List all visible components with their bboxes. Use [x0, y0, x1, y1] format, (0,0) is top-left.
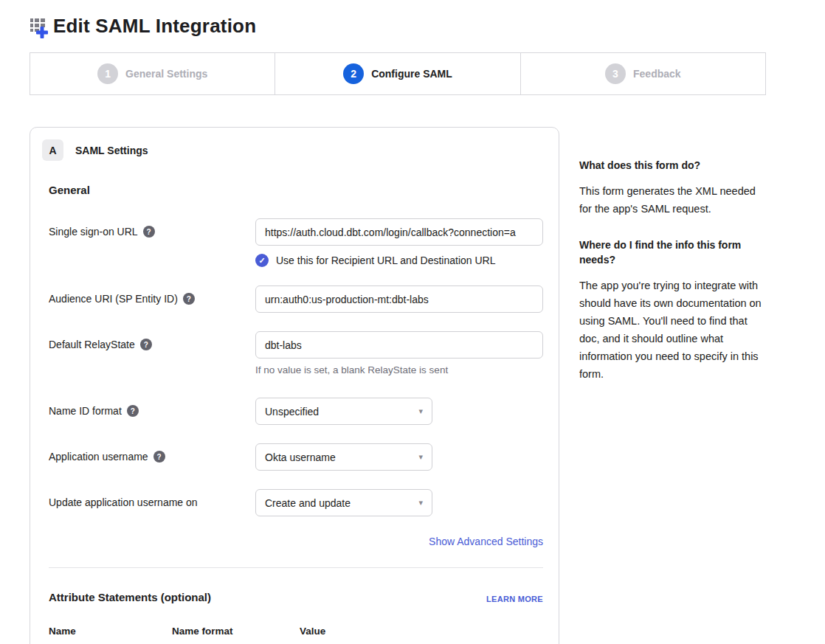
step-number-badge: 1 [97, 63, 118, 84]
audience-uri-input[interactable] [255, 285, 543, 313]
select-value: Okta username [265, 451, 336, 463]
wizard-step-feedback[interactable]: 3 Feedback [520, 53, 765, 94]
app-username-select[interactable]: Okta username ▾ [255, 443, 432, 471]
field-row-name-id-format: Name ID format ? Unspecified ▾ [49, 398, 543, 425]
help-icon[interactable]: ? [143, 226, 155, 238]
saml-settings-form: General Single sign-on URL ? ✓ Use this … [49, 184, 543, 637]
column-header-name: Name [49, 626, 172, 637]
field-control-cell: If no value is set, a blank RelayState i… [255, 331, 543, 375]
recipient-url-checkbox-label: Use this for Recipient URL and Destinati… [276, 255, 496, 266]
page-title: Edit SAML Integration [53, 15, 256, 38]
app-username-label: Application username [49, 451, 148, 463]
relay-state-input[interactable] [255, 331, 543, 359]
update-username-label: Update application username on [49, 496, 198, 508]
field-row-app-username: Application username ? Okta username ▾ [49, 443, 543, 471]
relay-state-hint: If no value is set, a blank RelayState i… [255, 364, 543, 375]
update-username-select[interactable]: Create and update ▾ [255, 489, 432, 516]
attribute-statements-header: Attribute Statements (optional) LEARN MO… [49, 591, 543, 603]
attribute-statements-heading: Attribute Statements (optional) [49, 591, 211, 603]
wizard-step-configure-saml[interactable]: 2 Configure SAML [275, 53, 519, 94]
field-label-cell: Update application username on [49, 489, 255, 508]
wizard-steps: 1 General Settings 2 Configure SAML 3 Fe… [30, 52, 766, 95]
section-title: SAML Settings [75, 145, 148, 156]
wizard-step-general-settings[interactable]: 1 General Settings [30, 53, 275, 94]
page-header: Edit SAML Integration [30, 15, 256, 38]
help-icon[interactable]: ? [127, 405, 139, 417]
sso-url-input[interactable] [255, 218, 543, 246]
help-body-what: This form generates the XML needed for t… [579, 182, 770, 218]
column-header-name-format: Name format [172, 626, 300, 637]
help-panel: What does this form do? This form genera… [579, 158, 770, 403]
field-row-update-username: Update application username on Create an… [49, 489, 543, 516]
field-control-cell: ✓ Use this for Recipient URL and Destina… [255, 218, 543, 267]
field-control-cell [255, 285, 543, 313]
advanced-link-row: Show Advanced Settings [49, 535, 543, 548]
relay-state-label: Default RelayState [49, 339, 135, 350]
step-number-badge: 3 [605, 63, 626, 84]
name-id-format-select[interactable]: Unspecified ▾ [255, 398, 432, 425]
show-advanced-settings-link[interactable]: Show Advanced Settings [429, 536, 543, 547]
name-id-format-label: Name ID format [49, 405, 122, 417]
field-label-cell: Default RelayState ? [49, 331, 255, 350]
field-control-cell: Create and update ▾ [255, 489, 543, 516]
field-row-sso-url: Single sign-on URL ? ✓ Use this for Reci… [49, 218, 543, 267]
section-header: A SAML Settings [42, 139, 542, 161]
help-heading-what: What does this form do? [579, 158, 770, 173]
field-label-cell: Single sign-on URL ? [49, 218, 255, 238]
section-badge-a: A [42, 139, 63, 161]
step-number-badge: 2 [343, 63, 364, 84]
learn-more-link[interactable]: LEARN MORE [486, 595, 543, 603]
field-control-cell: Okta username ▾ [255, 443, 543, 471]
column-header-value: Value [300, 626, 325, 637]
section-divider [49, 567, 543, 568]
help-icon[interactable]: ? [183, 293, 195, 305]
step-label: Feedback [633, 68, 681, 80]
step-label: Configure SAML [371, 68, 452, 80]
general-heading: General [49, 184, 543, 196]
step-label: General Settings [125, 68, 207, 80]
chevron-down-icon: ▾ [418, 406, 423, 416]
select-value: Create and update [265, 497, 351, 509]
recipient-url-checkbox-row: ✓ Use this for Recipient URL and Destina… [255, 254, 543, 267]
field-label-cell: Application username ? [49, 443, 255, 463]
help-icon[interactable]: ? [140, 339, 152, 350]
select-value: Unspecified [265, 406, 319, 418]
saml-settings-card: A SAML Settings General Single sign-on U… [30, 127, 559, 644]
attribute-statements-column-headers: Name Name format Value [49, 626, 543, 637]
help-heading-where: Where do I find the info this form needs… [579, 238, 770, 267]
help-body-where: The app you're trying to integrate with … [579, 277, 770, 383]
field-row-audience-uri: Audience URI (SP Entity ID) ? [49, 285, 543, 313]
chevron-down-icon: ▾ [418, 498, 423, 508]
chevron-down-icon: ▾ [418, 452, 423, 462]
sso-url-label: Single sign-on URL [49, 226, 138, 238]
field-row-relay-state: Default RelayState ? If no value is set,… [49, 331, 543, 375]
help-icon[interactable]: ? [153, 451, 165, 463]
audience-uri-label: Audience URI (SP Entity ID) [49, 293, 178, 305]
field-label-cell: Name ID format ? [49, 398, 255, 417]
field-label-cell: Audience URI (SP Entity ID) ? [49, 285, 255, 305]
field-control-cell: Unspecified ▾ [255, 398, 543, 425]
grid-plus-app-icon [30, 17, 50, 39]
checkbox-checked-icon[interactable]: ✓ [255, 254, 269, 267]
